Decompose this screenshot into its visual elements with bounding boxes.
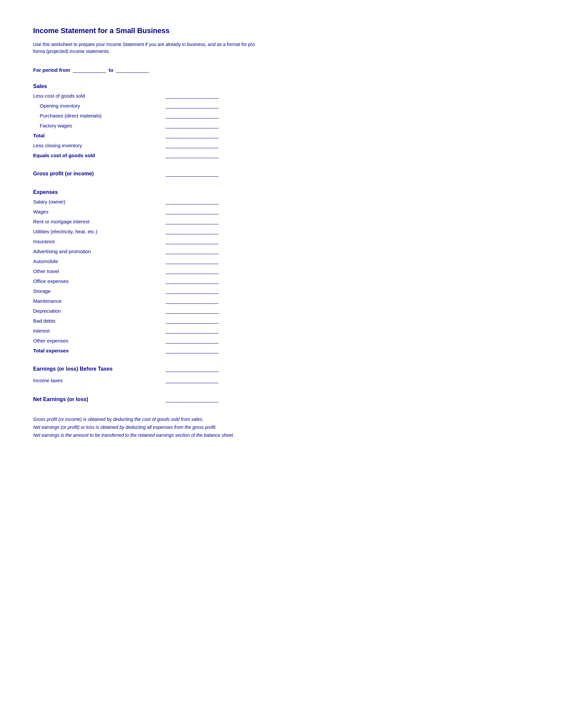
- gross-profit-label: Gross profit (or income): [33, 171, 94, 177]
- period-to-field[interactable]: [116, 67, 149, 73]
- row-label: Advertising and promotion: [33, 249, 165, 254]
- gross-profit-row: Gross profit (or income): [33, 168, 218, 179]
- maintenance-field[interactable]: [165, 298, 218, 304]
- list-item: Depreciation: [33, 305, 218, 315]
- row-label: Rent or mortgage interest: [33, 219, 165, 224]
- row-label: Maintenance: [33, 298, 165, 304]
- list-item: Utilities (electricity, heat, etc.): [33, 226, 218, 236]
- list-item: Interest: [33, 325, 218, 335]
- list-item: Factory wages: [33, 120, 218, 130]
- list-item: Equals cost of goods sold: [33, 150, 218, 159]
- list-item: Rent or mortgage interest: [33, 216, 218, 226]
- page-title: Income Statement for a Small Business: [33, 26, 530, 35]
- depreciation-field[interactable]: [165, 308, 218, 314]
- list-item: Total expenses: [33, 345, 218, 355]
- period-label: For period from to: [33, 67, 530, 73]
- net-earnings-section: Net Earnings (or loss): [33, 394, 218, 405]
- other-travel-field[interactable]: [165, 268, 218, 274]
- period-from-label: For period from: [33, 67, 70, 73]
- list-item: Opening inventory: [33, 100, 218, 110]
- net-earnings-label: Net Earnings (or loss): [33, 396, 88, 402]
- earnings-before-taxes-field[interactable]: [165, 366, 218, 372]
- net-earnings-field[interactable]: [165, 396, 218, 402]
- utilities-field[interactable]: [165, 228, 218, 234]
- row-label: Office expenses: [33, 278, 165, 284]
- description-text: Use this worksheet to prepare your Incom…: [33, 41, 265, 55]
- row-label: Less closing inventory: [33, 143, 165, 148]
- form-section: Sales Less cost of goods sold Opening in…: [33, 83, 218, 405]
- storage-field[interactable]: [165, 288, 218, 294]
- list-item: Wages: [33, 206, 218, 216]
- footnote-2: Net earnings (or profit) or loss is obta…: [33, 424, 282, 432]
- row-label: Less cost of goods sold: [33, 93, 165, 99]
- opening-inventory-field[interactable]: [165, 103, 218, 109]
- list-item: Bad debts: [33, 315, 218, 325]
- total-field[interactable]: [165, 132, 218, 138]
- row-label: Automobile: [33, 258, 165, 264]
- office-expenses-field[interactable]: [165, 278, 218, 284]
- income-taxes-field[interactable]: [165, 377, 218, 383]
- bad-debts-field[interactable]: [165, 318, 218, 324]
- list-item: Other expenses: [33, 335, 218, 345]
- row-label: Factory wages: [40, 123, 165, 128]
- rent-field[interactable]: [165, 218, 218, 224]
- list-item: Automobile: [33, 255, 218, 265]
- list-item: Total: [33, 130, 218, 140]
- period-from-field[interactable]: [73, 67, 106, 73]
- income-taxes-label: Income taxes: [33, 378, 165, 383]
- expenses-header: Expenses: [33, 189, 218, 195]
- factory-wages-field[interactable]: [165, 122, 218, 128]
- list-item: Maintenance: [33, 295, 218, 305]
- footnotes: Gross profit (or income) is obtained by …: [33, 416, 282, 439]
- row-label: Other expenses: [33, 338, 165, 343]
- footnote-3: Net earnings is the amount to be transfe…: [33, 432, 282, 439]
- other-expenses-field[interactable]: [165, 338, 218, 343]
- list-item: Insurance: [33, 236, 218, 246]
- row-label: Other travel: [33, 268, 165, 274]
- earnings-before-taxes-row: Earnings (or loss) Before Taxes: [33, 363, 218, 375]
- footnote-1: Gross profit (or income) is obtained by …: [33, 416, 282, 424]
- wages-field[interactable]: [165, 208, 218, 214]
- net-earnings-row: Net Earnings (or loss): [33, 394, 218, 405]
- row-label-total: Total: [33, 133, 165, 138]
- insurance-field[interactable]: [165, 238, 218, 244]
- row-label: Insurance: [33, 239, 165, 244]
- equals-cogs-field[interactable]: [165, 152, 218, 158]
- sales-header: Sales: [33, 83, 218, 89]
- list-item: Salary (owner): [33, 196, 218, 206]
- row-label-total-expenses: Total expenses: [33, 348, 165, 353]
- list-item: Office expenses: [33, 275, 218, 285]
- row-label: Depreciation: [33, 308, 165, 314]
- list-item: Purchases (direct materials): [33, 110, 218, 120]
- less-closing-inventory-field[interactable]: [165, 142, 218, 148]
- list-item: Storage: [33, 285, 218, 295]
- row-label: Utilities (electricity, heat, etc.): [33, 229, 165, 234]
- row-label: Opening inventory: [40, 103, 165, 109]
- period-to-label: to: [109, 67, 113, 73]
- interest-field[interactable]: [165, 328, 218, 334]
- earnings-before-taxes-label: Earnings (or loss) Before Taxes: [33, 366, 113, 372]
- row-label: Purchases (direct materials): [40, 113, 165, 118]
- automobile-field[interactable]: [165, 258, 218, 264]
- row-label: Interest: [33, 328, 165, 334]
- less-cost-goods-sold-field[interactable]: [165, 93, 218, 99]
- list-item: Less cost of goods sold: [33, 90, 218, 100]
- advertising-field[interactable]: [165, 248, 218, 254]
- gross-profit-field[interactable]: [165, 171, 218, 177]
- list-item: Advertising and promotion: [33, 246, 218, 255]
- row-label: Bad debts: [33, 318, 165, 324]
- row-label-equals-cogs: Equals cost of goods sold: [33, 153, 165, 158]
- total-expenses-field[interactable]: [165, 347, 218, 353]
- list-item: Other travel: [33, 265, 218, 275]
- row-label: Salary (owner): [33, 199, 165, 205]
- row-label: Storage: [33, 288, 165, 294]
- list-item: Income taxes: [33, 375, 218, 385]
- list-item: Less closing inventory: [33, 140, 218, 150]
- purchases-field[interactable]: [165, 113, 218, 118]
- row-label: Wages: [33, 209, 165, 214]
- salary-owner-field[interactable]: [165, 199, 218, 205]
